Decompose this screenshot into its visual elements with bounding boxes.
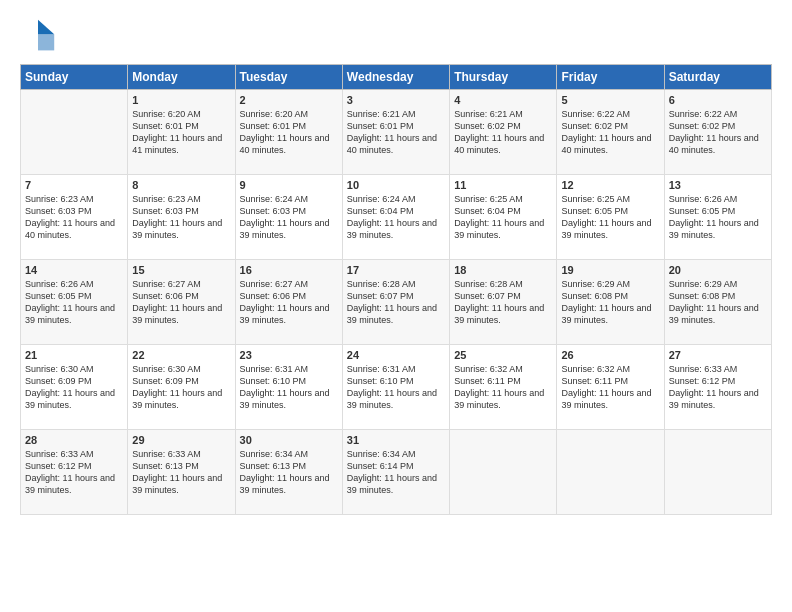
calendar-cell: 5Sunrise: 6:22 AMSunset: 6:02 PMDaylight… [557, 90, 664, 175]
calendar-cell: 19Sunrise: 6:29 AMSunset: 6:08 PMDayligh… [557, 260, 664, 345]
cell-info: Sunrise: 6:29 AMSunset: 6:08 PMDaylight:… [561, 278, 659, 327]
day-number: 7 [25, 179, 123, 191]
calendar-cell [450, 430, 557, 515]
cell-info: Sunrise: 6:23 AMSunset: 6:03 PMDaylight:… [25, 193, 123, 242]
cell-info: Sunrise: 6:22 AMSunset: 6:02 PMDaylight:… [561, 108, 659, 157]
day-number: 6 [669, 94, 767, 106]
calendar-cell: 18Sunrise: 6:28 AMSunset: 6:07 PMDayligh… [450, 260, 557, 345]
header-day-tuesday: Tuesday [235, 65, 342, 90]
cell-info: Sunrise: 6:33 AMSunset: 6:13 PMDaylight:… [132, 448, 230, 497]
calendar-cell: 15Sunrise: 6:27 AMSunset: 6:06 PMDayligh… [128, 260, 235, 345]
week-row-1: 7Sunrise: 6:23 AMSunset: 6:03 PMDaylight… [21, 175, 772, 260]
calendar-cell: 27Sunrise: 6:33 AMSunset: 6:12 PMDayligh… [664, 345, 771, 430]
header [20, 18, 772, 54]
calendar-cell: 24Sunrise: 6:31 AMSunset: 6:10 PMDayligh… [342, 345, 449, 430]
day-number: 9 [240, 179, 338, 191]
page: SundayMondayTuesdayWednesdayThursdayFrid… [0, 0, 792, 612]
calendar-cell [21, 90, 128, 175]
calendar-cell: 7Sunrise: 6:23 AMSunset: 6:03 PMDaylight… [21, 175, 128, 260]
day-number: 8 [132, 179, 230, 191]
day-number: 5 [561, 94, 659, 106]
day-number: 26 [561, 349, 659, 361]
day-number: 3 [347, 94, 445, 106]
calendar-cell: 11Sunrise: 6:25 AMSunset: 6:04 PMDayligh… [450, 175, 557, 260]
cell-info: Sunrise: 6:22 AMSunset: 6:02 PMDaylight:… [669, 108, 767, 157]
calendar-cell: 9Sunrise: 6:24 AMSunset: 6:03 PMDaylight… [235, 175, 342, 260]
week-row-3: 21Sunrise: 6:30 AMSunset: 6:09 PMDayligh… [21, 345, 772, 430]
cell-info: Sunrise: 6:33 AMSunset: 6:12 PMDaylight:… [669, 363, 767, 412]
svg-marker-0 [38, 20, 54, 34]
calendar-cell: 17Sunrise: 6:28 AMSunset: 6:07 PMDayligh… [342, 260, 449, 345]
cell-info: Sunrise: 6:28 AMSunset: 6:07 PMDaylight:… [347, 278, 445, 327]
day-number: 23 [240, 349, 338, 361]
week-row-2: 14Sunrise: 6:26 AMSunset: 6:05 PMDayligh… [21, 260, 772, 345]
cell-info: Sunrise: 6:21 AMSunset: 6:01 PMDaylight:… [347, 108, 445, 157]
calendar-cell: 10Sunrise: 6:24 AMSunset: 6:04 PMDayligh… [342, 175, 449, 260]
day-number: 21 [25, 349, 123, 361]
calendar-table: SundayMondayTuesdayWednesdayThursdayFrid… [20, 64, 772, 515]
day-number: 2 [240, 94, 338, 106]
day-number: 15 [132, 264, 230, 276]
day-number: 11 [454, 179, 552, 191]
cell-info: Sunrise: 6:34 AMSunset: 6:13 PMDaylight:… [240, 448, 338, 497]
day-number: 18 [454, 264, 552, 276]
cell-info: Sunrise: 6:32 AMSunset: 6:11 PMDaylight:… [561, 363, 659, 412]
calendar-cell: 16Sunrise: 6:27 AMSunset: 6:06 PMDayligh… [235, 260, 342, 345]
calendar-cell: 30Sunrise: 6:34 AMSunset: 6:13 PMDayligh… [235, 430, 342, 515]
day-number: 14 [25, 264, 123, 276]
cell-info: Sunrise: 6:26 AMSunset: 6:05 PMDaylight:… [25, 278, 123, 327]
cell-info: Sunrise: 6:26 AMSunset: 6:05 PMDaylight:… [669, 193, 767, 242]
day-number: 31 [347, 434, 445, 446]
cell-info: Sunrise: 6:29 AMSunset: 6:08 PMDaylight:… [669, 278, 767, 327]
day-number: 4 [454, 94, 552, 106]
day-number: 13 [669, 179, 767, 191]
cell-info: Sunrise: 6:27 AMSunset: 6:06 PMDaylight:… [132, 278, 230, 327]
cell-info: Sunrise: 6:20 AMSunset: 6:01 PMDaylight:… [240, 108, 338, 157]
cell-info: Sunrise: 6:24 AMSunset: 6:04 PMDaylight:… [347, 193, 445, 242]
week-row-4: 28Sunrise: 6:33 AMSunset: 6:12 PMDayligh… [21, 430, 772, 515]
cell-info: Sunrise: 6:34 AMSunset: 6:14 PMDaylight:… [347, 448, 445, 497]
day-number: 17 [347, 264, 445, 276]
week-row-0: 1Sunrise: 6:20 AMSunset: 6:01 PMDaylight… [21, 90, 772, 175]
cell-info: Sunrise: 6:31 AMSunset: 6:10 PMDaylight:… [240, 363, 338, 412]
cell-info: Sunrise: 6:23 AMSunset: 6:03 PMDaylight:… [132, 193, 230, 242]
calendar-cell: 13Sunrise: 6:26 AMSunset: 6:05 PMDayligh… [664, 175, 771, 260]
cell-info: Sunrise: 6:33 AMSunset: 6:12 PMDaylight:… [25, 448, 123, 497]
calendar-cell: 28Sunrise: 6:33 AMSunset: 6:12 PMDayligh… [21, 430, 128, 515]
calendar-cell: 26Sunrise: 6:32 AMSunset: 6:11 PMDayligh… [557, 345, 664, 430]
cell-info: Sunrise: 6:32 AMSunset: 6:11 PMDaylight:… [454, 363, 552, 412]
header-day-monday: Monday [128, 65, 235, 90]
day-number: 29 [132, 434, 230, 446]
calendar-cell: 1Sunrise: 6:20 AMSunset: 6:01 PMDaylight… [128, 90, 235, 175]
day-number: 25 [454, 349, 552, 361]
day-number: 30 [240, 434, 338, 446]
calendar-cell: 3Sunrise: 6:21 AMSunset: 6:01 PMDaylight… [342, 90, 449, 175]
day-number: 12 [561, 179, 659, 191]
cell-info: Sunrise: 6:25 AMSunset: 6:04 PMDaylight:… [454, 193, 552, 242]
calendar-cell: 12Sunrise: 6:25 AMSunset: 6:05 PMDayligh… [557, 175, 664, 260]
calendar-cell [664, 430, 771, 515]
calendar-cell: 2Sunrise: 6:20 AMSunset: 6:01 PMDaylight… [235, 90, 342, 175]
cell-info: Sunrise: 6:30 AMSunset: 6:09 PMDaylight:… [132, 363, 230, 412]
header-day-saturday: Saturday [664, 65, 771, 90]
cell-info: Sunrise: 6:30 AMSunset: 6:09 PMDaylight:… [25, 363, 123, 412]
calendar-cell: 29Sunrise: 6:33 AMSunset: 6:13 PMDayligh… [128, 430, 235, 515]
cell-info: Sunrise: 6:24 AMSunset: 6:03 PMDaylight:… [240, 193, 338, 242]
svg-marker-1 [38, 34, 54, 50]
day-number: 16 [240, 264, 338, 276]
header-row: SundayMondayTuesdayWednesdayThursdayFrid… [21, 65, 772, 90]
logo [20, 18, 62, 54]
header-day-sunday: Sunday [21, 65, 128, 90]
calendar-cell: 20Sunrise: 6:29 AMSunset: 6:08 PMDayligh… [664, 260, 771, 345]
header-day-thursday: Thursday [450, 65, 557, 90]
cell-info: Sunrise: 6:28 AMSunset: 6:07 PMDaylight:… [454, 278, 552, 327]
cell-info: Sunrise: 6:27 AMSunset: 6:06 PMDaylight:… [240, 278, 338, 327]
cell-info: Sunrise: 6:31 AMSunset: 6:10 PMDaylight:… [347, 363, 445, 412]
header-day-friday: Friday [557, 65, 664, 90]
calendar-cell: 23Sunrise: 6:31 AMSunset: 6:10 PMDayligh… [235, 345, 342, 430]
calendar-cell: 22Sunrise: 6:30 AMSunset: 6:09 PMDayligh… [128, 345, 235, 430]
header-day-wednesday: Wednesday [342, 65, 449, 90]
logo-icon [20, 18, 56, 54]
calendar-cell: 8Sunrise: 6:23 AMSunset: 6:03 PMDaylight… [128, 175, 235, 260]
calendar-cell: 14Sunrise: 6:26 AMSunset: 6:05 PMDayligh… [21, 260, 128, 345]
